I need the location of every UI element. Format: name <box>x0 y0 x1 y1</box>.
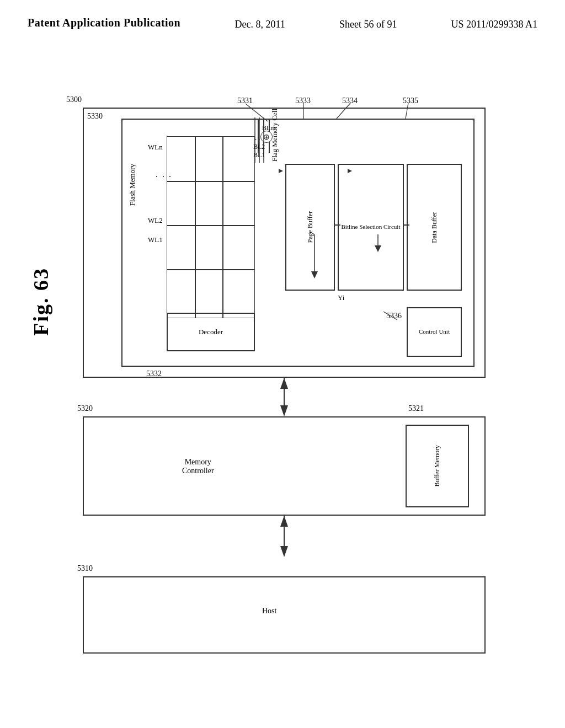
page-header: Patent Application Publication Dec. 8, 2… <box>0 0 565 36</box>
svg-marker-13 <box>348 169 352 173</box>
svg-marker-2 <box>280 378 288 389</box>
svg-line-9 <box>406 103 408 119</box>
svg-marker-5 <box>280 516 288 527</box>
diagram-container: 5300 5330 Flash Memory WLn · · · <box>66 63 519 709</box>
ref-5310: 5310 <box>77 564 93 573</box>
ref-5320: 5320 <box>77 404 93 413</box>
publication-title: Patent Application Publication <box>28 17 180 29</box>
publication-date: Dec. 8, 2011 <box>234 19 285 30</box>
memory-controller-label: MemoryController <box>182 458 214 475</box>
sheet-info: Sheet 56 of 91 <box>339 19 397 30</box>
svg-line-6 <box>246 104 268 121</box>
patent-number: US 2011/0299338 A1 <box>451 19 537 30</box>
ref-5321: 5321 <box>408 404 424 413</box>
block-5310 <box>83 576 486 654</box>
svg-marker-21 <box>375 245 381 252</box>
svg-marker-1 <box>280 405 288 416</box>
buffer-memory-label: Buffer Memory <box>433 445 441 486</box>
host-label: Host <box>262 607 276 615</box>
svg-marker-11 <box>279 169 283 173</box>
main-content: Fig. 63 5300 5330 Flash Memory WLn <box>0 36 565 714</box>
figure-label: Fig. 63 <box>29 267 53 336</box>
buffer-memory-block: Buffer Memory <box>406 425 469 507</box>
svg-marker-15 <box>311 271 318 279</box>
svg-marker-4 <box>280 546 288 557</box>
svg-line-19 <box>383 312 397 320</box>
svg-line-8 <box>337 103 350 119</box>
